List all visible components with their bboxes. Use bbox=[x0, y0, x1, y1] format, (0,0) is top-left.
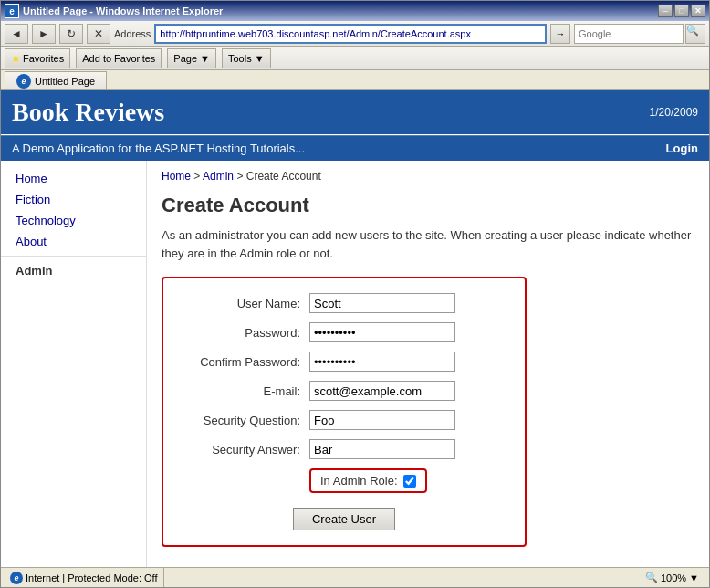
admin-role-box: In Admin Role: bbox=[309, 468, 427, 493]
confirm-password-row: Confirm Password: bbox=[182, 352, 506, 372]
close-button[interactable]: ✕ bbox=[691, 5, 705, 17]
sidebar-item-fiction[interactable]: Fiction bbox=[1, 189, 146, 210]
window-controls: ─ □ ✕ bbox=[658, 5, 705, 17]
maximize-button[interactable]: □ bbox=[674, 5, 689, 17]
status-internet: e Internet | Protected Mode: Off bbox=[5, 568, 164, 587]
email-input[interactable] bbox=[309, 381, 455, 401]
confirm-password-input[interactable] bbox=[309, 352, 455, 372]
admin-role-checkbox[interactable] bbox=[403, 475, 416, 488]
sidebar-item-technology[interactable]: Technology bbox=[1, 210, 146, 231]
site-header: Book Reviews 1/20/2009 bbox=[1, 90, 709, 134]
status-text: Internet | Protected Mode: Off bbox=[26, 572, 158, 583]
security-answer-row: Security Answer: bbox=[182, 439, 506, 459]
minimize-button[interactable]: ─ bbox=[658, 5, 673, 17]
tools-menu-button[interactable]: Tools ▼ bbox=[222, 48, 271, 68]
active-tab[interactable]: e Untitled Page bbox=[5, 71, 107, 89]
breadcrumb-home[interactable]: Home bbox=[162, 170, 191, 183]
password-input[interactable] bbox=[309, 322, 455, 342]
sidebar: Home Fiction Technology About Admin bbox=[1, 161, 147, 567]
forward-button[interactable]: ► bbox=[32, 24, 56, 44]
email-row: E-mail: bbox=[182, 381, 506, 401]
star-icon: ★ bbox=[11, 52, 21, 65]
navigation-toolbar: ◄ ► ↻ ✕ Address → 🔍 bbox=[1, 21, 709, 47]
tab-icon: e bbox=[16, 74, 31, 89]
sidebar-item-home[interactable]: Home bbox=[1, 168, 146, 189]
toolbar2: ★ Favorites Add to Favorites Page ▼ Tool… bbox=[1, 47, 709, 70]
stop-button[interactable]: ✕ bbox=[87, 24, 110, 44]
sidebar-divider bbox=[1, 256, 146, 257]
username-input[interactable] bbox=[309, 293, 455, 313]
go-button[interactable]: → bbox=[550, 24, 570, 44]
content-area: Home > Admin > Create Account Create Acc… bbox=[147, 161, 709, 567]
site-date: 1/20/2009 bbox=[650, 106, 698, 119]
password-label: Password: bbox=[182, 326, 309, 340]
sub-header: A Demo Application for the ASP.NET Hosti… bbox=[1, 135, 709, 161]
refresh-button[interactable]: ↻ bbox=[59, 24, 83, 44]
admin-role-label: In Admin Role: bbox=[320, 474, 398, 488]
page-content: Book Reviews 1/20/2009 A Demo Applicatio… bbox=[1, 90, 709, 567]
security-answer-input[interactable] bbox=[309, 439, 455, 459]
security-question-input[interactable] bbox=[309, 410, 455, 430]
confirm-password-label: Confirm Password: bbox=[182, 355, 309, 369]
email-label: E-mail: bbox=[182, 384, 309, 398]
security-question-row: Security Question: bbox=[182, 410, 506, 430]
page-menu-button[interactable]: Page ▼ bbox=[167, 48, 216, 68]
address-input[interactable] bbox=[154, 24, 547, 44]
tab-label: Untitled Page bbox=[35, 76, 95, 87]
password-row: Password: bbox=[182, 322, 506, 342]
internet-icon: e bbox=[10, 572, 23, 584]
username-row: User Name: bbox=[182, 293, 506, 313]
username-label: User Name: bbox=[182, 297, 309, 310]
breadcrumb-sep1: > bbox=[191, 170, 203, 183]
favorites-button[interactable]: ★ Favorites bbox=[5, 48, 70, 68]
address-label: Address bbox=[114, 28, 151, 39]
site-title: Book Reviews bbox=[12, 98, 164, 127]
search-button[interactable]: 🔍 bbox=[685, 24, 705, 44]
create-user-button[interactable]: Create User bbox=[293, 508, 395, 530]
back-button[interactable]: ◄ bbox=[5, 24, 28, 44]
button-row: Create User bbox=[182, 508, 506, 530]
sidebar-item-about[interactable]: About bbox=[1, 231, 146, 252]
zoom-level[interactable]: 🔍 100% ▼ bbox=[640, 572, 705, 583]
sub-header-text: A Demo Application for the ASP.NET Hosti… bbox=[12, 142, 305, 155]
admin-role-row: In Admin Role: bbox=[182, 468, 506, 493]
login-link[interactable]: Login bbox=[666, 142, 698, 155]
zoom-section: 🔍 100% ▼ bbox=[640, 572, 705, 583]
window-title: Untitled Page - Windows Internet Explore… bbox=[23, 5, 654, 16]
page-title: Create Account bbox=[162, 194, 694, 217]
search-input[interactable] bbox=[574, 24, 684, 44]
breadcrumb: Home > Admin > Create Account bbox=[162, 170, 694, 183]
search-container: 🔍 bbox=[574, 24, 705, 44]
main-layout: Home Fiction Technology About Admin Home… bbox=[1, 161, 709, 567]
breadcrumb-current: Create Account bbox=[246, 170, 321, 183]
sidebar-item-admin[interactable]: Admin bbox=[1, 260, 146, 281]
security-question-label: Security Question: bbox=[182, 414, 309, 427]
browser-icon: e bbox=[5, 4, 19, 18]
breadcrumb-admin[interactable]: Admin bbox=[203, 170, 234, 183]
title-bar: e Untitled Page - Windows Internet Explo… bbox=[1, 1, 709, 21]
security-answer-label: Security Answer: bbox=[182, 443, 309, 457]
breadcrumb-sep2: > bbox=[234, 170, 246, 183]
page-description: As an administrator you can add new user… bbox=[162, 226, 694, 262]
address-bar-container: Address → bbox=[114, 24, 570, 44]
create-account-form: User Name: Password: Confirm Password: bbox=[162, 277, 527, 547]
status-bar: e Internet | Protected Mode: Off 🔍 100% … bbox=[1, 567, 709, 587]
add-favorites-button[interactable]: Add to Favorites bbox=[76, 48, 162, 68]
tab-bar: e Untitled Page bbox=[1, 70, 709, 90]
